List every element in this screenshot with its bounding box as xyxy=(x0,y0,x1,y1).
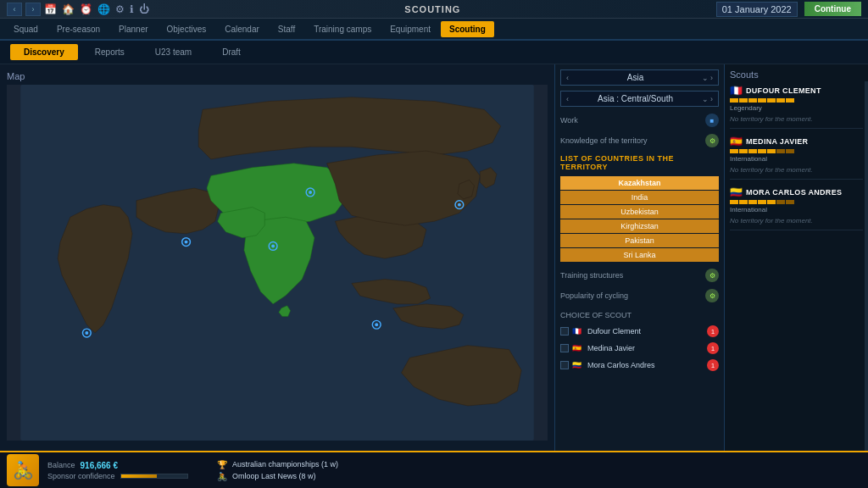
scouts-panel-title: Scouts xyxy=(730,69,863,80)
scout-flag-1: 🇫🇷 xyxy=(572,327,584,336)
scout-stars-3 xyxy=(730,200,863,204)
page-title: SCOUTING xyxy=(404,4,460,14)
scout-stars-1 xyxy=(730,98,863,103)
balance-row: Balance 916,666 € xyxy=(47,461,200,470)
svg-point-9 xyxy=(375,323,378,326)
info-icon[interactable]: ℹ xyxy=(130,3,134,15)
scout-checkbox-3[interactable] xyxy=(560,361,569,369)
scout-choice-1: 🇫🇷 Dufour Clement 1 xyxy=(560,325,719,337)
scout-header-3: 🇨🇴 MORA CARLOS ANDRES xyxy=(730,186,863,198)
chevron-down-icon[interactable]: ⌄ xyxy=(702,74,709,82)
scout-flag-large-1: 🇫🇷 xyxy=(730,85,743,97)
tab-objectives[interactable]: Objectives xyxy=(159,21,215,37)
star-2-3 xyxy=(748,149,757,153)
work-row: Work ■ xyxy=(560,114,719,127)
scout-badge-2: 1 xyxy=(707,342,719,354)
globe-icon[interactable]: 🌐 xyxy=(97,3,110,15)
star-2-5 xyxy=(767,149,776,153)
country-list: Kazakhstan India Uzbekistan Kirghizstan … xyxy=(560,176,719,262)
subtab-reports[interactable]: Reports xyxy=(81,44,138,60)
tab-equipment[interactable]: Equipment xyxy=(381,21,439,37)
star-3-7 xyxy=(786,200,794,204)
country-item-pakistan[interactable]: Pakistan xyxy=(560,234,719,247)
scout-choice-3: 🇨🇴 Mora Carlos Andres 1 xyxy=(560,359,719,371)
top-left: ‹ › 📅 🏠 ⏰ 🌐 ⚙ ℹ ⏻ xyxy=(7,3,149,16)
star-1-1 xyxy=(730,98,738,103)
tab-pre-season[interactable]: Pre-season xyxy=(48,21,108,37)
team-logo: 🚴 xyxy=(7,454,39,486)
star-1-3 xyxy=(748,98,757,103)
scout-checkbox-1[interactable] xyxy=(560,327,569,336)
scout-card-3: 🇨🇴 MORA CARLOS ANDRES International No t… xyxy=(730,186,863,230)
date-display: 01 January 2022 xyxy=(716,2,798,17)
tab-staff[interactable]: Staff xyxy=(270,21,303,37)
star-3-4 xyxy=(758,200,766,204)
sponsor-bar-fill xyxy=(121,474,158,478)
nav-tabs: Squad Pre-season Planner Objectives Cale… xyxy=(0,19,868,41)
country-item-kazakhstan[interactable]: Kazakhstan xyxy=(560,176,719,190)
tab-calendar[interactable]: Calendar xyxy=(216,21,268,37)
scout-choice-name-1: Dufour Clement xyxy=(587,327,704,336)
scout-level-2: International xyxy=(730,155,863,163)
subtab-u23[interactable]: U23 team xyxy=(142,44,205,60)
scout-checkbox-2[interactable] xyxy=(560,344,569,352)
scout-choice-name-2: Medina Javier xyxy=(587,344,704,352)
event-2: 🚴 Omloop Last News (8 w) xyxy=(217,472,338,481)
main-content: Map xyxy=(0,64,868,451)
scout-name-2: MEDINA JAVIER xyxy=(746,137,808,146)
tab-scouting[interactable]: Scouting xyxy=(441,21,494,37)
region-selector-2[interactable]: ‹ Asia : Central/South ⌄ › xyxy=(560,91,719,107)
star-3-5 xyxy=(767,200,776,204)
balance-value: 916,666 € xyxy=(81,461,119,470)
subtab-discovery[interactable]: Discovery xyxy=(10,44,78,60)
choice-of-scout-title: CHOICE OF SCOUT xyxy=(560,311,719,319)
power-icon[interactable]: ⏻ xyxy=(139,3,149,15)
scout-no-territory-1: No territory for the moment. xyxy=(730,115,863,123)
subtab-draft[interactable]: Draft xyxy=(209,44,254,60)
chevron-right-2-icon[interactable]: › xyxy=(710,95,713,103)
chevron-down-2-icon[interactable]: ⌄ xyxy=(702,95,709,103)
scout-badge-3: 1 xyxy=(707,359,719,371)
region1-text: Asia xyxy=(570,73,700,82)
scout-card-1: 🇫🇷 DUFOUR CLEMENT Legendary No territory… xyxy=(730,85,863,129)
star-2-2 xyxy=(739,149,748,153)
tab-planner[interactable]: Planner xyxy=(110,21,156,37)
scouts-scrollbar[interactable] xyxy=(865,81,868,451)
scout-no-territory-3: No territory for the moment. xyxy=(730,217,863,225)
cycling-icon: 🚴 xyxy=(217,472,227,481)
star-2-6 xyxy=(776,149,785,153)
trophy-icon: 🏆 xyxy=(217,460,227,469)
svg-point-3 xyxy=(185,241,188,244)
tab-training-camps[interactable]: Training camps xyxy=(305,21,380,37)
training-row: Training structures ⚙ xyxy=(560,269,719,282)
clock-icon[interactable]: ⏰ xyxy=(80,3,92,15)
calendar-icon[interactable]: 📅 xyxy=(44,3,57,15)
svg-point-5 xyxy=(271,245,275,248)
star-1-2 xyxy=(739,98,748,103)
continue-button[interactable]: Continue xyxy=(804,2,861,16)
scout-flag-large-3: 🇨🇴 xyxy=(730,186,743,198)
map-container[interactable] xyxy=(7,85,548,441)
country-item-srilanka[interactable]: Sri Lanka xyxy=(560,248,719,262)
chevron-left-2-icon[interactable]: ‹ xyxy=(566,95,569,103)
tab-squad[interactable]: Squad xyxy=(5,21,47,37)
forward-button[interactable]: › xyxy=(25,3,41,16)
scout-header-2: 🇪🇸 MEDINA JAVIER xyxy=(730,136,863,147)
scout-stars-2 xyxy=(730,149,863,153)
scout-name-3: MORA CARLOS ANDRES xyxy=(746,188,842,197)
star-3-1 xyxy=(730,200,738,204)
popularity-icon: ⚙ xyxy=(705,289,719,302)
star-2-7 xyxy=(786,149,794,153)
country-item-india[interactable]: India xyxy=(560,191,719,204)
scout-flag-2: 🇪🇸 xyxy=(572,344,584,352)
chevron-right-icon[interactable]: › xyxy=(710,74,713,82)
country-item-uzbekistan[interactable]: Uzbekistan xyxy=(560,205,719,219)
star-3-2 xyxy=(739,200,748,204)
home-icon[interactable]: 🏠 xyxy=(62,3,75,15)
country-item-kirghizstan[interactable]: Kirghizstan xyxy=(560,219,719,233)
back-button[interactable]: ‹ xyxy=(7,3,22,16)
chevron-left-icon[interactable]: ‹ xyxy=(566,74,569,82)
settings-icon[interactable]: ⚙ xyxy=(115,3,125,15)
star-3-3 xyxy=(748,200,757,204)
region-selector-1[interactable]: ‹ Asia ⌄ › xyxy=(560,69,719,86)
